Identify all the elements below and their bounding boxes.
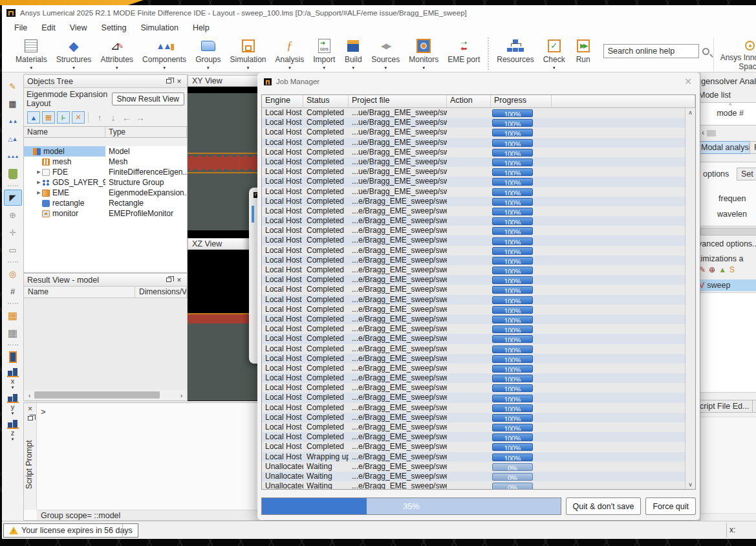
bragg-grating-structure[interactable] [188, 157, 260, 169]
menu-edit[interactable]: Edit [34, 22, 63, 34]
dropdown-caret-icon[interactable]: ▼ [206, 66, 210, 70]
script-prompt-tab[interactable]: Script Prompt [25, 426, 36, 503]
toolbar-check[interactable]: ✓Check▼ [539, 38, 570, 70]
xy-view-canvas[interactable] [188, 93, 260, 153]
dropdown-caret-icon[interactable]: ▼ [422, 66, 426, 70]
job-row[interactable]: Local HostCompleted...e/Bragg_EME_sweep/… [262, 235, 685, 245]
job-row[interactable]: Local HostCompleted...e/Bragg_EME_sweep/… [262, 442, 685, 452]
toolbar-attributes[interactable]: ⊿✎Attributes▼ [96, 38, 138, 70]
job-row[interactable]: Local HostCompleted...e/Bragg_EME_sweep/… [262, 246, 685, 256]
scroll-left-icon[interactable]: ‹ [702, 128, 716, 137]
edit-structure-icon[interactable]: ✎ [4, 78, 22, 94]
add-structure-icon[interactable]: ▲ [27, 111, 40, 124]
move-down-icon[interactable]: ↓ [107, 112, 119, 124]
show-result-view-button[interactable]: Show Result View [112, 93, 185, 105]
job-row[interactable]: Local HostCompleted...e/Bragg_EME_sweep/… [262, 197, 685, 206]
zoom-in-icon[interactable]: ⊕ [4, 207, 22, 223]
tree-item-name[interactable]: mesh [24, 157, 105, 167]
toolbar-simulation[interactable]: Simulation▼ [225, 38, 270, 70]
tab-script-file-editor[interactable]: cript File Ed... [700, 400, 753, 413]
close-panel-icon[interactable]: × [175, 77, 184, 86]
close-dialog-icon[interactable]: ✕ [683, 76, 693, 87]
x-axis-view-icon[interactable]: x▼ [7, 367, 19, 390]
job-row[interactable]: Local HostCompleted...ue/Bragg_EME_sweep… [262, 187, 685, 197]
tree-row-model[interactable]: modelModel [24, 146, 187, 157]
z-axis-view-icon[interactable]: z▼ [7, 419, 19, 442]
menu-file[interactable]: File [7, 22, 34, 34]
job-row[interactable]: Local HostCompleted...e/Bragg_EME_sweep/… [262, 354, 685, 364]
job-row[interactable]: Local HostCompleted...e/Bragg_EME_sweep/… [262, 226, 685, 235]
duplicate-icon[interactable]: ▲▲ [4, 113, 22, 129]
float-panel-icon[interactable] [164, 77, 173, 86]
grid-edit-icon[interactable]: # [4, 283, 22, 300]
dropdown-caret-icon[interactable]: ▼ [72, 66, 76, 70]
menu-setting[interactable]: Setting [94, 22, 134, 34]
ruler-icon[interactable]: ▭ [4, 242, 22, 258]
sweep-item[interactable]: V sweep [700, 279, 756, 291]
tree-item-name[interactable]: model [24, 146, 105, 157]
job-row[interactable]: Local HostCompleted...e/Bragg_EME_sweep/… [262, 305, 685, 314]
mode-number-column[interactable]: mode # [700, 109, 756, 118]
toolbar-monitors[interactable]: Monitors▼ [404, 38, 443, 70]
delete-cross-icon[interactable]: ✕ [72, 111, 85, 124]
toolbar-components[interactable]: ▲▲▮Components▼ [138, 38, 191, 70]
dropdown-caret-icon[interactable]: ▼ [11, 437, 15, 442]
scrollbar-thumb[interactable] [34, 391, 160, 399]
col-status[interactable]: Status [303, 95, 349, 107]
tree-row-monitor[interactable]: monitorEMEProfileMonitor [24, 208, 187, 219]
search-icon[interactable] [702, 48, 709, 55]
optimization-icon[interactable]: ⊕ [709, 265, 715, 274]
job-row[interactable]: UnallocatedWaiting...e/Bragg_EME_sweep/s… [262, 462, 685, 472]
job-row[interactable]: Local HostCompleted...e/Bragg_EME_sweep/… [262, 256, 685, 265]
toolbar-analysis[interactable]: ƒAnalysis▼ [271, 38, 309, 70]
set-button[interactable]: Set [737, 168, 756, 180]
float-panel-icon[interactable] [164, 276, 173, 285]
tree-item-name[interactable]: ▶FDE [24, 167, 105, 177]
add-group-icon[interactable]: ▦ [42, 111, 55, 124]
job-row[interactable]: Local HostCompleted...e/Bragg_EME_sweep/… [262, 206, 685, 216]
dropdown-caret-icon[interactable]: ▼ [552, 66, 556, 70]
pan-icon[interactable]: ✛ [4, 224, 22, 241]
dropdown-caret-icon[interactable]: ▼ [322, 66, 326, 70]
scroll-left-icon[interactable]: ‹ [25, 391, 34, 399]
job-row[interactable]: Local HostCompleted...e/Bragg_EME_sweep/… [262, 373, 685, 383]
sort-caret-icon[interactable]: ^ [700, 103, 756, 109]
array-icon[interactable]: ▲▲▲ [4, 148, 22, 164]
license-warning-box[interactable]: Your license expires in 56 days [3, 523, 138, 538]
dropdown-caret-icon[interactable]: ▼ [383, 66, 387, 70]
menu-help[interactable]: Help [186, 22, 217, 34]
job-row[interactable]: Local HostCompleted...ue/Bragg_EME_sweep… [262, 127, 685, 137]
matrix-icon[interactable]: ▦ [4, 325, 22, 341]
col-project-file[interactable]: Project file [349, 95, 447, 107]
menu-simulation[interactable]: Simulation [134, 22, 186, 34]
close-console-icon[interactable]: × [26, 404, 35, 413]
tree-item-name[interactable]: ▶GDS_LAYER_98 [24, 177, 105, 188]
tab-frequency-analysis[interactable]: F [750, 141, 756, 154]
dropdown-caret-icon[interactable]: ▼ [162, 66, 166, 70]
col-action[interactable]: Action [447, 95, 491, 107]
toolbar-resources[interactable]: Resources [488, 38, 538, 70]
quit-dont-save-button[interactable]: Quit & don't save [566, 497, 642, 515]
grid-attribute-icon[interactable]: ▦ [4, 307, 22, 323]
job-row[interactable]: Local HostCompleted...e/Bragg_EME_sweep/… [262, 393, 685, 402]
job-row[interactable]: Local HostCompleted...e/Bragg_EME_sweep/… [262, 216, 685, 226]
move-right-icon[interactable]: → [135, 112, 146, 124]
job-row[interactable]: UnallocatedWaiting...e/Bragg_EME_sweep/s… [262, 472, 685, 481]
job-row[interactable]: Local HostCompleted...e/Bragg_EME_sweep/… [262, 265, 685, 275]
force-quit-button[interactable]: Force quit [645, 497, 696, 515]
menu-view[interactable]: View [63, 22, 94, 34]
dropdown-caret-icon[interactable]: ▼ [351, 66, 355, 70]
dropdown-caret-icon[interactable]: ▼ [246, 66, 250, 70]
tree-item-name[interactable]: ▶EME [24, 188, 105, 198]
job-row[interactable]: Local HostCompleted...ue/Bragg_EME_sweep… [262, 118, 685, 127]
job-row[interactable]: Local HostCompleted...e/Bragg_EME_sweep/… [262, 364, 685, 373]
tree-row-eme[interactable]: ▶EMEEigenmodeExpansion... [24, 188, 187, 198]
toolbar-ansys-innovation-space[interactable]: Ansys InnovationSpace [713, 38, 756, 71]
job-row[interactable]: Local HostCompleted...ue/Bragg_EME_sweep… [262, 167, 685, 177]
job-row[interactable]: Local HostCompleted...e/Bragg_EME_sweep/… [262, 295, 685, 305]
dropdown-caret-icon[interactable]: ▼ [29, 66, 33, 70]
yield-analysis-icon[interactable]: ▲ [718, 265, 726, 274]
scroll-down-icon[interactable]: ∨ [686, 480, 695, 489]
zoom-extents-icon[interactable]: ◎ [4, 266, 22, 282]
y-axis-view-icon[interactable]: y▼ [7, 393, 19, 416]
